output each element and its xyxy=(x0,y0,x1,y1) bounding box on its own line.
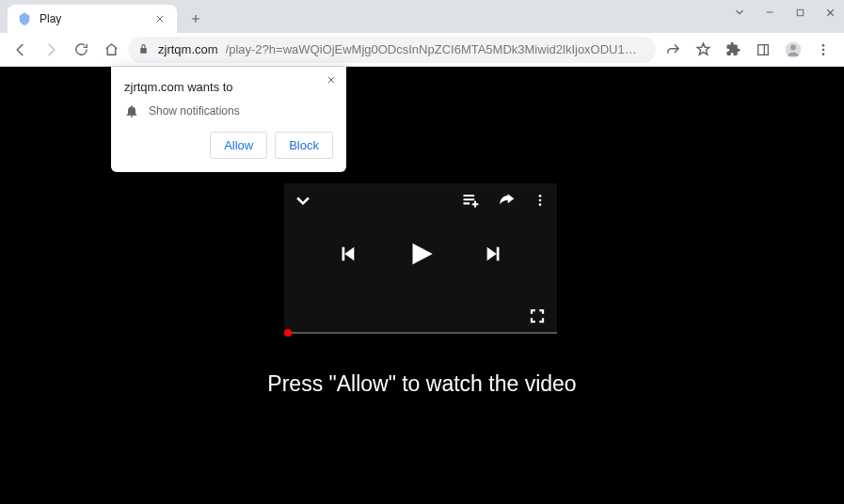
url-path: /play-2?h=waWQiOjEwMjg0ODcsInNpZCI6MTA5M… xyxy=(226,42,646,56)
new-tab-button[interactable] xyxy=(183,6,209,32)
svg-point-5 xyxy=(822,48,825,51)
progress-bar[interactable] xyxy=(284,332,557,334)
bookmark-button[interactable] xyxy=(690,37,716,63)
svg-rect-1 xyxy=(758,44,769,55)
share-button[interactable] xyxy=(660,37,686,63)
svg-point-3 xyxy=(790,44,796,50)
back-button[interactable] xyxy=(8,37,34,63)
extensions-button[interactable] xyxy=(720,37,746,63)
maximize-icon[interactable] xyxy=(793,6,806,19)
lock-icon xyxy=(137,43,151,55)
reload-button[interactable] xyxy=(68,37,94,63)
progress-handle[interactable] xyxy=(284,329,292,337)
play-icon[interactable] xyxy=(405,238,437,270)
tab-close-icon[interactable] xyxy=(152,11,167,26)
window-controls xyxy=(733,6,836,19)
browser-titlebar: Play xyxy=(0,0,844,33)
svg-rect-0 xyxy=(797,9,803,15)
notification-title: zjrtqm.com wants to xyxy=(124,80,333,94)
url-domain: zjrtqm.com xyxy=(158,42,218,56)
notification-close-icon[interactable] xyxy=(326,74,337,86)
menu-button[interactable] xyxy=(810,37,836,63)
block-button[interactable]: Block xyxy=(275,132,333,159)
video-player xyxy=(284,183,557,334)
chevron-down-icon[interactable] xyxy=(733,6,746,19)
svg-point-8 xyxy=(539,199,542,202)
forward-button xyxy=(38,37,64,63)
tab-favicon xyxy=(17,11,32,26)
minimize-icon[interactable] xyxy=(763,6,776,19)
close-window-icon[interactable] xyxy=(823,6,836,19)
svg-point-4 xyxy=(822,44,825,47)
more-icon[interactable] xyxy=(533,193,548,208)
previous-track-icon[interactable] xyxy=(337,244,358,264)
browser-tab[interactable]: Play xyxy=(8,5,177,33)
browser-toolbar: zjrtqm.com/play-2?h=waWQiOjEwMjg0ODcsInN… xyxy=(0,33,844,67)
svg-point-9 xyxy=(539,203,542,206)
notification-body: Show notifications xyxy=(149,104,240,118)
profile-button[interactable] xyxy=(780,37,806,63)
next-track-icon[interactable] xyxy=(484,244,504,264)
playlist-add-icon[interactable] xyxy=(461,191,480,210)
allow-button[interactable]: Allow xyxy=(210,132,267,159)
page-content: zjrtqm.com wants to Show notifications A… xyxy=(0,67,844,504)
tab-title: Play xyxy=(40,12,145,25)
collapse-icon[interactable] xyxy=(294,191,312,210)
share-icon[interactable] xyxy=(497,191,516,210)
svg-point-7 xyxy=(539,195,542,197)
notification-prompt: zjrtqm.com wants to Show notifications A… xyxy=(111,67,346,172)
bell-icon xyxy=(124,103,139,118)
page-caption: Press "Allow" to watch the video xyxy=(0,371,844,397)
sidepanel-button[interactable] xyxy=(750,37,776,63)
fullscreen-icon[interactable] xyxy=(529,307,546,324)
address-bar[interactable]: zjrtqm.com/play-2?h=waWQiOjEwMjg0ODcsInN… xyxy=(128,37,656,63)
home-button[interactable] xyxy=(98,37,124,63)
svg-point-6 xyxy=(822,53,825,55)
